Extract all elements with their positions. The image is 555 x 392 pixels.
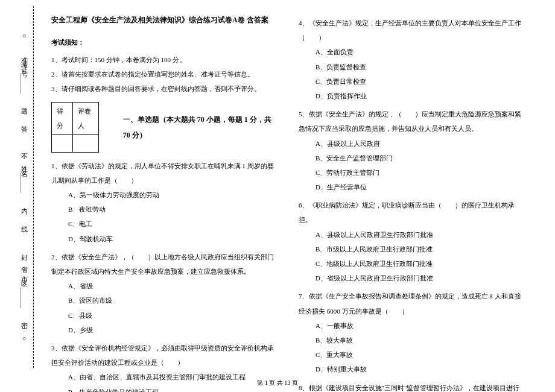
option-D: D、负责指挥作业 — [299, 89, 522, 103]
option-D: D、乡级 — [51, 323, 274, 337]
option-C: C、电工 — [51, 217, 274, 231]
option-C: C、县级 — [51, 308, 274, 323]
score-cell-label: 得分 — [52, 103, 73, 134]
page-footer: 第 1 页 共 13 页 — [0, 379, 555, 387]
option-D: D、驾驶机动车 — [51, 232, 274, 246]
option-B: B、市级以上人民政府卫生行政部门批准 — [299, 242, 522, 256]
option-A: A、全面负责 — [299, 45, 522, 59]
option-C: C、地级以上人民政府卫生行政部门批准 — [299, 256, 522, 271]
option-B: B、设区的市级 — [51, 293, 274, 308]
score-table: 得分 评卷人 — [51, 102, 99, 153]
left-column: 安全工程师《安全生产法及相关法律知识》综合练习试卷A卷 含答案 考试须知： 1、… — [42, 12, 284, 374]
name-label: 姓名 — [20, 160, 29, 170]
question-stem: 3、依据《安全评价机构经管规定》，必须由取得甲级资质的安全评价机构承担安全评价活… — [51, 341, 274, 370]
option-A: A、一般事故 — [299, 318, 522, 333]
right-question-4: 7、依据《生产安全事故报告和调查处理条例》的规定，造成死亡 8 人和直接经济损失… — [299, 289, 522, 376]
question-stem: 6、《职业病防治法》规定，职业病诊断应当由（ ）的医疗卫生机构承担。 — [299, 198, 522, 227]
name-underline: ______ — [21, 173, 28, 193]
province-underline: ______ — [21, 288, 28, 308]
fold-line — [33, 6, 34, 368]
right-question-3: 6、《职业病防治法》规定，职业病诊断应当由（ ）的医疗卫生机构承担。A、县级以上… — [299, 198, 522, 285]
reviewer-cell-blank — [73, 134, 98, 152]
option-D: D、生产经营单位 — [299, 180, 522, 194]
option-A: A、县级以上人民政府卫生行政部门批准 — [299, 227, 522, 242]
question-stem: 2、依据《安全生产法》，（ ）以上地方各级人民政府应当组织有关部门制定本行政区域… — [51, 250, 274, 279]
right-question-1: 4、《安全生产法》规定，生产经营单位的主要负责人对本单位安全生产工作（ ）A、全… — [299, 16, 522, 103]
province-label: 省（市区） — [20, 261, 29, 285]
admission-label: 准考证号 — [20, 51, 29, 71]
score-row: 得分 评卷人 一、单选题（本大题共 70 小题，每题 1 分，共 70 分） — [51, 102, 274, 153]
right-question-2: 5、依据《安全生产法》的规定，（ ）应当制定重大危险源应急预案和紧急情况下应当采… — [299, 107, 522, 194]
notice-heading: 考试须知： — [51, 35, 274, 49]
option-C: C、重大事故 — [299, 347, 522, 362]
question-stem: 5、依据《安全生产法》的规定，（ ）应当制定重大危险源应急预案和紧急情况下应当采… — [299, 107, 522, 136]
margin-circle: ○ — [21, 32, 28, 39]
notice-2: 2、请首先按要求在试卷的指定位置填写您的姓名、准考证号等信息。 — [51, 67, 274, 81]
option-B: B、较大事故 — [299, 333, 522, 347]
option-C: C、负责日常检查 — [299, 74, 522, 89]
option-D: D、特别重大事故 — [299, 362, 522, 376]
question-stem: 7、依据《生产安全事故报告和调查处理条例》的规定，造成死亡 8 人和直接经济损失… — [299, 289, 522, 318]
option-B: B、夜班劳动 — [51, 202, 274, 217]
margin-circle-2: ○ — [21, 335, 28, 342]
binding-margin: ○ 准考证号 ______ 题 答 不 姓名 ______ 内 线 封 省（市区… — [9, 0, 39, 374]
option-A: A、省级 — [51, 279, 274, 293]
notice-1: 1、考试时间：150 分钟，本卷满分为 100 分。 — [51, 52, 274, 67]
option-D: D、省级以上人民政府卫生行政部门批准 — [299, 271, 522, 285]
page-content: 安全工程师《安全生产法及相关法律知识》综合练习试卷A卷 含答案 考试须知： 1、… — [0, 0, 555, 374]
right-column: 4、《安全生产法》规定，生产经营单位的主要负责人对本单位安全生产工作（ ）A、全… — [290, 12, 531, 374]
option-A: A、第一级体力劳动强度的劳动 — [51, 188, 274, 202]
option-B: B、负责监督检查 — [299, 60, 522, 74]
admission-underline: ______ — [21, 74, 28, 93]
score-cell-blank — [52, 134, 73, 152]
left-question-1: 1、依据《劳动法》的规定，用人单位不得安排女职工在哺乳未满 1 周岁的婴儿期间从… — [51, 159, 274, 246]
reviewer-cell-label: 评卷人 — [73, 103, 98, 134]
option-C: C、劳动行政主管部门 — [299, 165, 522, 180]
question-stem: 1、依据《劳动法》的规定，用人单位不得安排女职工在哺乳未满 1 周岁的婴儿期间从… — [51, 159, 274, 188]
exam-title: 安全工程师《安全生产法及相关法律知识》综合练习试卷A卷 含答案 — [51, 12, 274, 28]
option-B: B、安全生产监督管理部门 — [299, 151, 522, 165]
option-A: A、县级以上人民政府 — [299, 136, 522, 151]
question-stem: 4、《安全生产法》规定，生产经营单位的主要负责人对本单位安全生产工作（ ） — [299, 16, 522, 45]
section-1-title: 一、单选题（本大题共 70 小题，每题 1 分，共 70 分） — [123, 112, 274, 144]
notice-3: 3、请仔细阅读各种题目的回答要求，在密封线内答题，否则不予评分。 — [51, 81, 274, 96]
left-question-2: 2、依据《安全生产法》，（ ）以上地方各级人民政府应当组织有关部门制定本行政区域… — [51, 250, 274, 337]
